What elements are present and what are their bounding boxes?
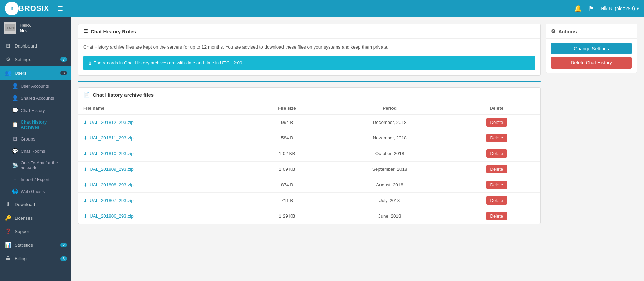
users-icon: 👥 bbox=[5, 70, 11, 76]
user-accounts-icon: 👤 bbox=[12, 83, 18, 89]
sidebar-label-licenses: Licenses bbox=[15, 216, 33, 221]
sidebar-item-support[interactable]: ❓ Support bbox=[0, 225, 71, 238]
sidebar-nav: ⊞ Dashboard ⚙ Settings 7 👥 Users 8 👤 Use… bbox=[0, 39, 71, 281]
sidebar-label-web-guests: Web Guests bbox=[21, 189, 45, 194]
file-period-cell: August, 2018 bbox=[327, 177, 453, 193]
support-icon: ❓ bbox=[5, 228, 11, 235]
sidebar-item-chat-history[interactable]: 💬 Chat History bbox=[0, 104, 71, 116]
file-link-4[interactable]: ⬇ UAL_201808_293.zip bbox=[83, 182, 243, 188]
table-row: ⬇ UAL_201806_293.zip 1.29 KB June, 2018 … bbox=[78, 208, 540, 224]
archive-table: File name File size Period Delete ⬇ UAL_… bbox=[78, 102, 540, 224]
col-filename: File name bbox=[78, 102, 248, 114]
table-header-row: File name File size Period Delete bbox=[78, 102, 540, 114]
sidebar-item-web-guests[interactable]: 🌐 Web Guests bbox=[0, 185, 71, 198]
chat-history-archives-icon: 📋 bbox=[12, 121, 18, 128]
sidebar-item-users[interactable]: 👥 Users 8 bbox=[0, 66, 71, 80]
delete-chat-history-button[interactable]: Delete Chat History bbox=[551, 57, 632, 69]
dashboard-icon: ⊞ bbox=[5, 43, 11, 49]
file-delete-cell: Delete bbox=[453, 177, 540, 193]
delete-file-button-2[interactable]: Delete bbox=[486, 149, 507, 158]
file-size-cell: 1.29 KB bbox=[248, 208, 327, 224]
file-period-cell: June, 2018 bbox=[327, 208, 453, 224]
file-name-cell: ⬇ UAL_201810_293.zip bbox=[78, 146, 248, 162]
brand-logo: B bbox=[5, 2, 19, 15]
sidebar-label-support: Support bbox=[15, 229, 31, 234]
user-menu[interactable]: Nik B. (nid=293) ▾ bbox=[601, 6, 639, 11]
delete-file-button-3[interactable]: Delete bbox=[486, 165, 507, 173]
file-delete-cell: Delete bbox=[453, 208, 540, 224]
sidebar-item-groups[interactable]: ⊞ Groups bbox=[0, 133, 71, 145]
right-column: ⚙ Actions Change Settings Delete Chat Hi… bbox=[546, 24, 637, 78]
sidebar-label-groups: Groups bbox=[21, 136, 35, 142]
sidebar-item-one-to-any[interactable]: 📡 One-To-Any for the network bbox=[0, 157, 71, 173]
groups-icon: ⊞ bbox=[12, 136, 18, 142]
col-period: Period bbox=[327, 102, 453, 114]
table-row: ⬇ UAL_201807_293.zip 711 B July, 2018 De… bbox=[78, 193, 540, 208]
file-size-cell: 584 B bbox=[248, 130, 327, 146]
archive-card: 📄 Chat History archive files File name F… bbox=[78, 87, 541, 224]
download-file-icon: ⬇ bbox=[83, 198, 87, 203]
delete-file-button-0[interactable]: Delete bbox=[486, 118, 507, 127]
sidebar-label-one-to-any: One-To-Any for the network bbox=[21, 160, 66, 170]
sidebar-item-settings[interactable]: ⚙ Settings 7 bbox=[0, 53, 71, 66]
sidebar-user: COMPANY Hello, Nik bbox=[0, 17, 71, 39]
file-size-cell: 711 B bbox=[248, 193, 327, 208]
file-link-5[interactable]: ⬇ UAL_201807_293.zip bbox=[83, 198, 243, 203]
import-export-icon: ↕ bbox=[12, 176, 18, 182]
file-period-cell: September, 2018 bbox=[327, 162, 453, 177]
file-link-3[interactable]: ⬇ UAL_201809_293.zip bbox=[83, 167, 243, 172]
delete-file-button-4[interactable]: Delete bbox=[486, 181, 507, 189]
file-period-cell: July, 2018 bbox=[327, 193, 453, 208]
web-guests-icon: 🌐 bbox=[12, 188, 18, 194]
sidebar-item-import-export[interactable]: ↕ Import / Export bbox=[0, 173, 71, 185]
sidebar-item-dashboard[interactable]: ⊞ Dashboard bbox=[0, 39, 71, 53]
sidebar-item-chat-history-archives[interactable]: 📋 Chat History Archives bbox=[0, 116, 71, 133]
file-delete-cell: Delete bbox=[453, 114, 540, 130]
delete-file-button-6[interactable]: Delete bbox=[486, 212, 507, 220]
sidebar-item-download[interactable]: ⬇ Download bbox=[0, 198, 71, 211]
content-row: ☰ Chat History Rules Chat History archiv… bbox=[78, 24, 637, 229]
file-link-2[interactable]: ⬇ UAL_201810_293.zip bbox=[83, 151, 243, 156]
sidebar-item-statistics[interactable]: 📊 Statistics 2 bbox=[0, 238, 71, 252]
sidebar-item-user-accounts[interactable]: 👤 User Accounts bbox=[0, 80, 71, 92]
file-name-cell: ⬇ UAL_201812_293.zip bbox=[78, 114, 248, 130]
table-row: ⬇ UAL_201811_293.zip 584 B November, 201… bbox=[78, 130, 540, 146]
sidebar-item-shared-accounts[interactable]: 👤 Shared Accounts bbox=[0, 92, 71, 104]
change-settings-button[interactable]: Change Settings bbox=[551, 43, 632, 54]
billing-icon: 🏛 bbox=[5, 256, 11, 261]
flag-icon[interactable]: ⚑ bbox=[588, 5, 594, 12]
actions-card: ⚙ Actions Change Settings Delete Chat Hi… bbox=[546, 24, 637, 73]
file-delete-cell: Delete bbox=[453, 130, 540, 146]
sidebar-item-billing[interactable]: 🏛 Billing 3 bbox=[0, 252, 71, 265]
sidebar-label-download: Download bbox=[15, 202, 35, 207]
file-link-0[interactable]: ⬇ UAL_201812_293.zip bbox=[83, 120, 243, 125]
sidebar-label-chat-history-archives: Chat History Archives bbox=[21, 119, 66, 130]
hamburger-button[interactable]: ☰ bbox=[58, 5, 63, 12]
licenses-icon: 🔑 bbox=[5, 215, 11, 221]
download-file-icon: ⬇ bbox=[83, 182, 87, 188]
delete-file-button-1[interactable]: Delete bbox=[486, 134, 507, 142]
rules-header-title: Chat History Rules bbox=[91, 29, 136, 34]
caret-icon: ▾ bbox=[637, 6, 639, 11]
file-name-cell: ⬇ UAL_201811_293.zip bbox=[78, 130, 248, 146]
statistics-icon: 📊 bbox=[5, 242, 11, 248]
file-delete-cell: Delete bbox=[453, 193, 540, 208]
file-name-cell: ⬇ UAL_201807_293.zip bbox=[78, 193, 248, 208]
sidebar-item-licenses[interactable]: 🔑 Licenses bbox=[0, 211, 71, 225]
delete-file-button-5[interactable]: Delete bbox=[486, 196, 507, 205]
table-row: ⬇ UAL_201808_293.zip 874 B August, 2018 … bbox=[78, 177, 540, 193]
download-file-icon: ⬇ bbox=[83, 167, 87, 172]
bell-icon[interactable]: 🔔 bbox=[574, 5, 582, 12]
file-name-cell: ⬇ UAL_201809_293.zip bbox=[78, 162, 248, 177]
one-to-any-icon: 📡 bbox=[12, 162, 18, 168]
sidebar-label-users: Users bbox=[15, 71, 26, 76]
sidebar-label-shared-accounts: Shared Accounts bbox=[21, 96, 54, 101]
banner-text: The records in Chat History archives are… bbox=[94, 60, 242, 65]
file-link-6[interactable]: ⬇ UAL_201806_293.zip bbox=[83, 213, 243, 219]
file-size-cell: 1.09 KB bbox=[248, 162, 327, 177]
sidebar-label-dashboard: Dashboard bbox=[15, 43, 37, 49]
file-link-1[interactable]: ⬇ UAL_201811_293.zip bbox=[83, 135, 243, 141]
sidebar-item-chat-rooms[interactable]: 💬 Chat Rooms bbox=[0, 145, 71, 157]
sidebar-label-billing: Billing bbox=[15, 256, 27, 261]
chat-history-icon: 💬 bbox=[12, 107, 18, 113]
